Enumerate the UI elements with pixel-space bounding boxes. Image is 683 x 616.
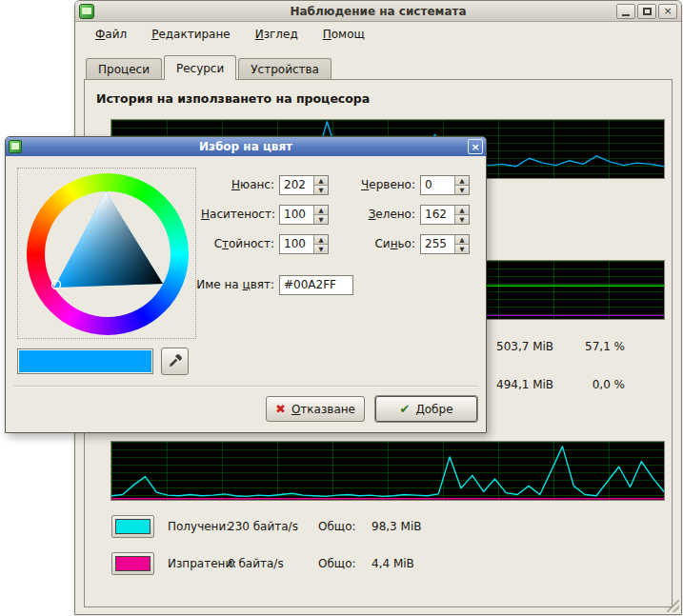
color-picker-dialog: Избор на цвят × (5, 136, 487, 433)
saturation-spin-down[interactable]: ▼ (313, 215, 328, 224)
received-color-swatch (115, 519, 151, 534)
menu-view[interactable]: Изглед (243, 24, 311, 45)
dialog-close-button[interactable]: × (468, 139, 483, 154)
red-label: Червено: (330, 175, 415, 195)
received-rate: 230 байта/s (228, 520, 318, 533)
red-spin-buttons: ▲ ▼ (454, 176, 469, 194)
received-color-button[interactable] (111, 515, 154, 538)
swap-usage-row: 494,1 MiB 0,0 % (496, 378, 625, 391)
color-name-label: Име на цвят: (158, 275, 274, 295)
menubar: Файл Редактиране Изглед Помощ (75, 22, 681, 47)
blue-spinbox[interactable]: 255 ▲ ▼ (420, 234, 470, 254)
saturation-value-triangle[interactable] (18, 169, 197, 340)
dialog-icon (9, 140, 22, 153)
value-spin-buttons: ▲ ▼ (313, 235, 328, 253)
saturation-value[interactable]: 100 (280, 206, 313, 224)
blue-spin-up[interactable]: ▲ (454, 235, 469, 245)
tab-devices[interactable]: Устройства (238, 58, 331, 79)
green-spin-buttons: ▲ ▼ (454, 206, 469, 224)
eyedropper-button[interactable] (161, 348, 189, 375)
minimize-button[interactable] (616, 4, 635, 19)
tab-bar: Процеси Ресурси Устройства (84, 55, 673, 79)
value-spinbox[interactable]: 100 ▲ ▼ (279, 234, 329, 254)
dialog-titlebar[interactable]: Избор на цвят × (6, 137, 486, 156)
desktop: Наблюдение на системата × Файл Редактира… (0, 0, 683, 616)
minimize-icon (622, 14, 630, 16)
hue-spin-down[interactable]: ▼ (313, 186, 328, 194)
maximize-button[interactable] (637, 4, 656, 19)
color-preview-frame (17, 348, 153, 374)
value-value[interactable]: 100 (280, 235, 313, 253)
green-value[interactable]: 162 (421, 206, 454, 224)
dialog-separator (13, 386, 478, 387)
color-name-input[interactable]: #00A2FF (279, 275, 353, 295)
ok-button[interactable]: ✔ Добре (375, 396, 477, 422)
cancel-button[interactable]: ✖ Отказване (266, 396, 365, 422)
blue-label: Синьо: (330, 234, 415, 254)
window-buttons: × (616, 4, 677, 19)
window-title: Наблюдение на системата (75, 5, 681, 18)
window-titlebar[interactable]: Наблюдение на системата × (75, 1, 681, 22)
network-sent-row: Изпратени: 0 байта/s Общо: 4,4 MiB (111, 552, 414, 575)
memory-percent: 57,1 % (582, 340, 625, 353)
close-icon: × (663, 5, 672, 17)
dialog-title: Избор на цвят (6, 140, 486, 153)
ok-icon: ✔ (399, 402, 410, 416)
memory-amount: 503,7 MiB (496, 340, 582, 353)
received-label: Получени: (168, 520, 228, 533)
menu-help[interactable]: Помощ (311, 24, 377, 45)
saturation-label: Наситеност: (201, 205, 274, 225)
cancel-icon: ✖ (275, 402, 286, 416)
blue-spin-down[interactable]: ▼ (454, 245, 469, 253)
menu-edit[interactable]: Редактиране (139, 24, 243, 45)
received-total: 98,3 MiB (372, 520, 421, 533)
close-button[interactable]: × (658, 4, 677, 19)
color-wheel[interactable] (17, 168, 196, 339)
green-spin-up[interactable]: ▲ (454, 206, 469, 215)
received-total-label: Общо: (318, 520, 366, 533)
blue-spin-buttons: ▲ ▼ (454, 235, 469, 253)
hue-spin-buttons: ▲ ▼ (313, 176, 328, 194)
hue-spin-up[interactable]: ▲ (313, 176, 328, 186)
red-spinbox[interactable]: 0 ▲ ▼ (420, 175, 470, 195)
green-label: Зелено: (330, 205, 415, 225)
memory-usage-row: 503,7 MiB 57,1 % (496, 340, 625, 353)
network-received-row: Получени: 230 байта/s Общо: 98,3 MiB (111, 515, 421, 538)
hue-spinbox[interactable]: 202 ▲ ▼ (279, 175, 329, 195)
app-icon (79, 4, 94, 19)
value-label: Стойност: (201, 234, 274, 254)
swap-amount: 494,1 MiB (496, 378, 582, 391)
maximize-icon (643, 8, 652, 15)
ok-label: Добре (415, 403, 452, 416)
sent-total-label: Общо: (318, 557, 366, 570)
blue-value[interactable]: 255 (421, 235, 454, 253)
value-spin-up[interactable]: ▲ (313, 235, 328, 245)
tab-resources[interactable]: Ресурси (164, 55, 236, 80)
sent-label: Изпратени: (168, 557, 228, 570)
value-spin-down[interactable]: ▼ (313, 245, 328, 253)
sent-rate: 0 байта/s (228, 557, 318, 570)
green-spinbox[interactable]: 162 ▲ ▼ (420, 205, 470, 225)
cpu-history-title: История на използването на процесора (96, 91, 370, 106)
green-spin-down[interactable]: ▼ (454, 215, 469, 224)
cancel-label: Отказване (291, 403, 355, 416)
sent-total: 4,4 MiB (372, 557, 414, 570)
sent-color-button[interactable] (111, 552, 154, 575)
red-spin-up[interactable]: ▲ (454, 176, 469, 186)
eyedropper-icon (167, 353, 183, 369)
saturation-spin-buttons: ▲ ▼ (313, 206, 328, 224)
red-value[interactable]: 0 (421, 176, 454, 194)
swap-percent: 0,0 % (582, 378, 625, 391)
sent-color-swatch (115, 556, 151, 571)
close-icon: × (471, 141, 479, 153)
saturation-spinbox[interactable]: 100 ▲ ▼ (279, 205, 329, 225)
tab-processes[interactable]: Процеси (86, 58, 162, 79)
color-preview (19, 350, 151, 372)
saturation-spin-up[interactable]: ▲ (313, 206, 328, 215)
hue-value[interactable]: 202 (280, 176, 313, 194)
menu-file[interactable]: Файл (83, 24, 139, 45)
red-spin-down[interactable]: ▼ (454, 186, 469, 194)
network-history-graph (110, 441, 665, 501)
hue-label: Нюанс: (201, 175, 274, 195)
